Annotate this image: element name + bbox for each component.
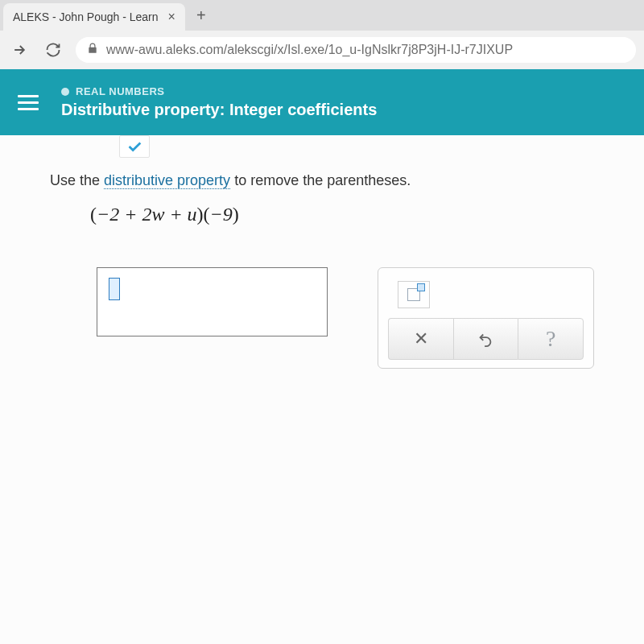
math-expression: (−2 + 2w + u)(−9) bbox=[90, 204, 594, 225]
menu-icon[interactable] bbox=[18, 95, 39, 110]
answer-cursor bbox=[109, 278, 120, 300]
topic-text: REAL NUMBERS Distributive property: Inte… bbox=[61, 85, 377, 119]
undo-icon bbox=[477, 330, 494, 348]
lock-icon bbox=[87, 43, 98, 57]
browser-chrome: ALEKS - John Pough - Learn × + www-awu.a… bbox=[0, 0, 644, 69]
question-icon: ? bbox=[546, 326, 555, 352]
topic-bar: REAL NUMBERS Distributive property: Inte… bbox=[0, 69, 644, 135]
browser-tab[interactable]: ALEKS - John Pough - Learn × bbox=[3, 3, 185, 31]
category-label: REAL NUMBERS bbox=[76, 85, 165, 97]
tab-title: ALEKS - John Pough - Learn bbox=[13, 10, 159, 23]
tool-panel: ✕ ? bbox=[378, 267, 594, 369]
url-bar: www-awu.aleks.com/alekscgi/x/Isl.exe/1o_… bbox=[0, 31, 644, 69]
topic-title: Distributive property: Integer coefficie… bbox=[61, 101, 377, 119]
forward-button[interactable] bbox=[8, 39, 31, 61]
distributive-property-link[interactable]: distributive property bbox=[104, 172, 230, 189]
instruction-post: to remove the parentheses. bbox=[230, 172, 411, 188]
progress-marker[interactable] bbox=[119, 135, 150, 158]
exponent-tool-button[interactable] bbox=[398, 281, 430, 308]
exponent-sup-icon bbox=[417, 283, 425, 291]
x-icon: ✕ bbox=[414, 328, 428, 349]
instruction-pre: Use the bbox=[50, 172, 104, 188]
page-content: REAL NUMBERS Distributive property: Inte… bbox=[0, 69, 644, 644]
new-tab-button[interactable]: + bbox=[190, 4, 213, 27]
url-text: www-awu.aleks.com/alekscgi/x/Isl.exe/1o_… bbox=[106, 43, 513, 57]
close-icon[interactable]: × bbox=[168, 10, 175, 24]
answer-area: ✕ ? bbox=[97, 267, 594, 369]
instruction-text: Use the distributive property to remove … bbox=[50, 172, 594, 189]
undo-button[interactable] bbox=[453, 318, 518, 360]
check-icon bbox=[126, 138, 143, 155]
help-button[interactable]: ? bbox=[518, 318, 584, 360]
category-dot-icon bbox=[61, 88, 69, 96]
url-field[interactable]: www-awu.aleks.com/alekscgi/x/Isl.exe/1o_… bbox=[76, 37, 636, 63]
tab-bar: ALEKS - John Pough - Learn × + bbox=[0, 0, 644, 31]
clear-button[interactable]: ✕ bbox=[388, 318, 453, 360]
answer-input[interactable] bbox=[97, 267, 328, 336]
question-area: Use the distributive property to remove … bbox=[0, 158, 644, 369]
reload-button[interactable] bbox=[42, 39, 64, 61]
